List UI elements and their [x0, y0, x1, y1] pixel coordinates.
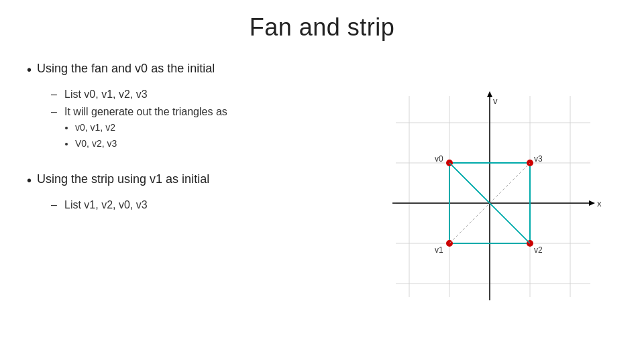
content-row: • Using the fan and v0 as the initial Li… [27, 58, 617, 349]
svg-text:v2: v2 [534, 245, 543, 255]
sub-item-1-1: List v0, v1, v2, v3 [51, 86, 349, 103]
diagram-section: v x v0 v3 [362, 58, 617, 349]
bullet-1-text: Using the fan and v0 as the initial [37, 60, 215, 77]
svg-text:v3: v3 [534, 154, 543, 164]
svg-text:x: x [597, 198, 602, 208]
bullet-dot-1: • [27, 60, 32, 79]
sub-list-2: List v1, v2, v0, v3 [51, 196, 349, 214]
svg-text:v1: v1 [435, 245, 443, 255]
svg-text:v: v [493, 96, 498, 106]
sub-item-1-2: It will generate out the triangles as [51, 103, 349, 121]
diagram-svg: v x v0 v3 [376, 89, 604, 317]
page: Fan and strip • Using the fan and v0 as … [0, 0, 644, 362]
bullet-1: • Using the fan and v0 as the initial [27, 60, 349, 79]
sub-item-2-1: List v1, v2, v0, v3 [51, 196, 349, 214]
svg-text:v0: v0 [435, 154, 443, 164]
bullet-2: • Using the strip using v1 as initial [27, 171, 349, 190]
bullet-2-text: Using the strip using v1 as initial [37, 171, 209, 188]
bullet-dot-2: • [27, 171, 32, 190]
svg-marker-13 [589, 200, 595, 206]
page-title: Fan and strip [27, 13, 617, 42]
text-section: • Using the fan and v0 as the initial Li… [27, 58, 349, 349]
sub-sub-item-1-1: v0, v1, v2 [75, 120, 349, 136]
svg-marker-11 [487, 91, 492, 97]
sub-list-1: List v0, v1, v2, v3 It will generate out… [51, 86, 349, 155]
sub-sub-item-1-2: V0, v2, v3 [75, 136, 349, 152]
sub-sub-list-1: v0, v1, v2 V0, v2, v3 [64, 120, 349, 152]
